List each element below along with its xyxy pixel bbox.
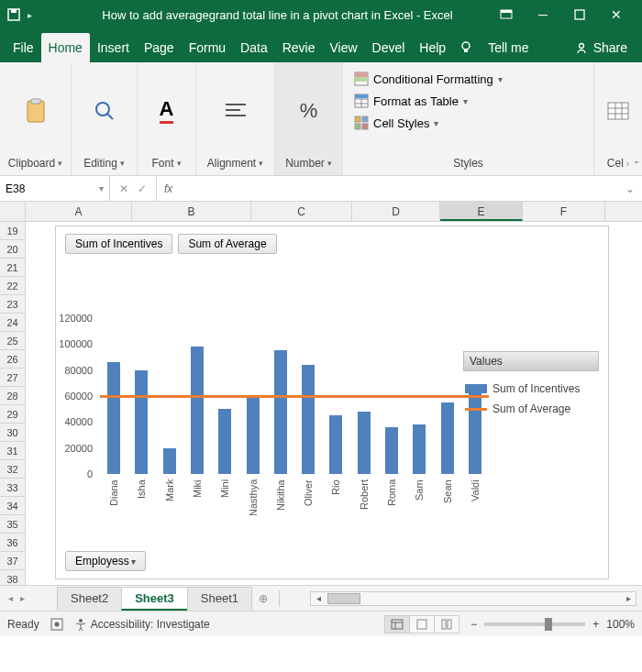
row-header-33[interactable]: 33 (0, 479, 26, 497)
chart-bar[interactable] (135, 370, 148, 474)
row-header-31[interactable]: 31 (0, 442, 26, 460)
column-header-B[interactable]: B (132, 202, 251, 221)
chart-field-button-average[interactable]: Sum of Average (178, 234, 276, 254)
row-header-36[interactable]: 36 (0, 534, 26, 552)
row-header-25[interactable]: 25 (0, 332, 26, 350)
column-header-F[interactable]: F (523, 202, 605, 221)
chart-average-line[interactable] (100, 395, 489, 398)
row-header-28[interactable]: 28 (0, 387, 26, 405)
scroll-left-icon[interactable]: ◂ (311, 593, 326, 603)
row-header-34[interactable]: 34 (0, 497, 26, 515)
accessibility-status[interactable]: Accessibility: Investigate (74, 618, 210, 631)
ribbon-group-number-label[interactable]: Number (285, 153, 332, 173)
row-header-29[interactable]: 29 (0, 405, 26, 424)
chart-legend[interactable]: Values Sum of Incentives Sum of Average (463, 351, 599, 419)
chart-bar[interactable] (274, 350, 287, 474)
column-header-D[interactable]: D (352, 202, 440, 221)
ribbon-tab-view[interactable]: View (322, 33, 364, 62)
chart-bar[interactable] (218, 409, 231, 474)
zoom-level[interactable]: 100% (606, 618, 635, 631)
chart-field-button-incentives[interactable]: Sum of Incentives (65, 234, 172, 254)
sheet-tab-sheet1[interactable]: Sheet1 (187, 587, 252, 611)
number-format-button[interactable]: % (296, 68, 322, 153)
row-header-27[interactable]: 27 (0, 369, 26, 387)
cells-area[interactable]: Sum of Incentives Sum of Average 0200004… (26, 222, 642, 585)
chart-bar[interactable] (191, 347, 204, 474)
normal-view-button[interactable] (384, 615, 410, 633)
row-header-24[interactable]: 24 (0, 314, 26, 332)
expand-formula-bar-icon[interactable]: ⌄ (618, 182, 642, 195)
help-lightbulb-icon[interactable] (453, 33, 479, 62)
conditional-formatting-button[interactable]: Conditional Formatting▾ (349, 68, 588, 90)
chart-bar[interactable] (247, 396, 260, 474)
sheet-tab-sheet2[interactable]: Sheet2 (57, 587, 122, 611)
sheet-nav[interactable]: ◂▸ (0, 591, 33, 605)
ribbon-tab-revie[interactable]: Revie (275, 33, 323, 62)
chart-bar[interactable] (107, 362, 120, 474)
column-header-E[interactable]: E (440, 202, 523, 221)
ribbon-group-editing-label[interactable]: Editing (83, 153, 125, 173)
ribbon-group-font-label[interactable]: Font (151, 153, 181, 173)
chart-bar[interactable] (358, 412, 371, 474)
cells-button[interactable] (605, 68, 631, 153)
row-header-30[interactable]: 30 (0, 424, 26, 442)
cancel-formula-icon[interactable]: ✕ (119, 182, 128, 195)
page-layout-view-button[interactable] (409, 615, 435, 633)
ribbon-tab-home[interactable]: Home (41, 33, 90, 62)
name-box[interactable]: ▾ (0, 176, 110, 201)
chart-bar[interactable] (385, 427, 398, 474)
row-header-20[interactable]: 20 (0, 240, 26, 259)
zoom-slider-thumb[interactable] (545, 618, 552, 631)
zoom-in-button[interactable]: + (592, 618, 599, 631)
ribbon-options-icon[interactable] (488, 1, 525, 28)
fx-icon[interactable]: fx (157, 182, 180, 195)
row-header-32[interactable]: 32 (0, 460, 26, 479)
ribbon-group-cells-label[interactable]: Cel› (607, 153, 629, 173)
zoom-slider[interactable] (484, 622, 585, 626)
chart-plot-area[interactable]: 020000400006000080000100000120000 DianaI… (100, 318, 489, 474)
row-header-37[interactable]: 37 (0, 552, 26, 570)
zoom-out-button[interactable]: − (470, 618, 477, 631)
ribbon-tab-help[interactable]: Help (412, 33, 453, 62)
row-header-26[interactable]: 26 (0, 350, 26, 369)
tell-me[interactable]: Tell me (479, 33, 537, 62)
macro-record-icon[interactable] (50, 618, 63, 631)
row-header-21[interactable]: 21 (0, 259, 26, 277)
chart-bar[interactable] (413, 424, 426, 474)
close-button[interactable]: ✕ (598, 1, 635, 28)
accept-formula-icon[interactable]: ✓ (138, 182, 147, 195)
chart-bar[interactable] (302, 365, 315, 474)
row-header-23[interactable]: 23 (0, 295, 26, 314)
pivot-chart[interactable]: Sum of Incentives Sum of Average 0200004… (55, 226, 609, 579)
chart-bar[interactable] (163, 448, 176, 474)
scroll-right-icon[interactable]: ▸ (621, 593, 636, 603)
chart-bar[interactable] (441, 402, 454, 474)
row-header-35[interactable]: 35 (0, 515, 26, 534)
add-sheet-button[interactable]: ⊕ (251, 589, 275, 609)
cell-styles-button[interactable]: Cell Styles▾ (349, 112, 588, 134)
row-header-22[interactable]: 22 (0, 277, 26, 295)
chevron-down-icon[interactable]: ▾ (99, 183, 104, 193)
collapse-ribbon-icon[interactable]: ˆ (635, 160, 638, 173)
ribbon-group-clipboard-label[interactable]: Clipboard (8, 153, 62, 173)
select-all-triangle[interactable] (0, 202, 26, 221)
share-button[interactable]: Share (566, 33, 636, 62)
ribbon-tab-data[interactable]: Data (233, 33, 275, 62)
format-as-table-button[interactable]: Format as Table▾ (349, 90, 588, 112)
ribbon-tab-file[interactable]: File (6, 33, 41, 62)
column-header-C[interactable]: C (251, 202, 352, 221)
horizontal-scrollbar[interactable]: ◂ ▸ (310, 591, 636, 606)
qat-more-icon[interactable]: ▸ (28, 10, 32, 20)
minimize-button[interactable]: ─ (525, 1, 561, 28)
row-header-19[interactable]: 19 (0, 222, 26, 240)
pivot-filter-employess[interactable]: Employess (65, 551, 146, 571)
sheet-tab-sheet3[interactable]: Sheet3 (121, 587, 188, 611)
name-box-input[interactable] (6, 182, 70, 195)
save-icon[interactable] (7, 8, 20, 21)
find-button[interactable] (92, 68, 117, 153)
alignment-button[interactable] (223, 68, 249, 153)
ribbon-tab-devel[interactable]: Devel (365, 33, 413, 62)
scrollbar-thumb[interactable] (327, 593, 360, 604)
paste-button[interactable] (23, 68, 49, 153)
ribbon-group-alignment-label[interactable]: Alignment (207, 153, 263, 173)
